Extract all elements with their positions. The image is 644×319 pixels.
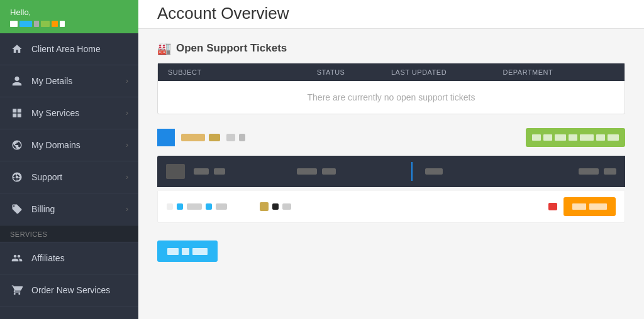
lpx-blue [177, 203, 183, 210]
blue-btn-row [157, 241, 625, 262]
home-icon [10, 42, 24, 56]
dark-right [452, 168, 616, 175]
col-status: STATUS [317, 68, 391, 76]
dark-center [234, 168, 399, 175]
dpx [297, 168, 317, 175]
chevron-right-icon: › [126, 205, 128, 214]
sidebar-item-my-domains[interactable]: My Domains › [0, 129, 138, 161]
pixel-block-2 [19, 21, 32, 27]
green-action-button[interactable] [526, 128, 625, 147]
sidebar-item-label: My Services [31, 108, 126, 118]
sidebar-item-label: Order New Services [31, 285, 128, 295]
lpx [216, 203, 227, 210]
opx-1 [572, 203, 586, 210]
green-px-7 [608, 134, 619, 141]
pixel-block-3 [34, 21, 39, 27]
support-tickets-section-title: 🏭 Open Support Tickets [157, 41, 625, 55]
lpx-blue2 [206, 203, 212, 210]
dark-px-group-2 [297, 168, 336, 175]
support-tickets-table: SUBJECT STATUS LAST UPDATED DEPARTMENT T… [157, 63, 625, 114]
dark-row-left [157, 156, 625, 187]
sidebar-item-affiliates[interactable]: Affiliates [0, 242, 138, 274]
pixel-blocks [10, 21, 128, 27]
bpx-1 [167, 248, 179, 255]
content-area: 🏭 Open Support Tickets SUBJECT STATUS LA… [138, 29, 644, 274]
chevron-right-icon: › [126, 77, 128, 85]
bpx-3 [192, 248, 208, 255]
hello-text: Hello, [10, 8, 128, 17]
pixel-block-6 [60, 21, 65, 27]
sidebar-nav: Client Area Home My Details › My Service… [0, 33, 138, 319]
px-blk [226, 134, 235, 141]
pixel-block-1 [10, 21, 18, 27]
sidebar-item-label: Client Area Home [31, 44, 128, 54]
light-section [157, 191, 625, 232]
dark-px-group-3 [425, 168, 443, 175]
chevron-right-icon: › [126, 109, 128, 117]
lpx [167, 203, 173, 210]
dpx [194, 168, 209, 175]
light-row [157, 191, 625, 223]
pixel-block-5 [52, 21, 58, 27]
px-blk [209, 134, 220, 141]
lpx-red [548, 203, 557, 210]
bpx-2 [182, 248, 189, 255]
green-px-3 [555, 134, 566, 141]
chevron-right-icon: › [126, 141, 128, 149]
chevron-right-icon: › [126, 173, 128, 181]
sidebar-item-label: Affiliates [31, 253, 128, 263]
affiliates-icon [10, 251, 24, 265]
sidebar-item-support[interactable]: Support › [0, 161, 138, 193]
lpx-brown [260, 202, 269, 211]
px-blk [181, 134, 205, 141]
light-row-right [548, 197, 616, 216]
cart-icon [10, 283, 24, 297]
green-px-6 [596, 134, 605, 141]
globe-icon [10, 138, 24, 152]
page-title: Account Overview [157, 4, 625, 23]
tag-icon [10, 202, 24, 216]
dark-section [157, 156, 625, 190]
green-btn-group [526, 128, 625, 147]
dark-px-group-4 [579, 168, 616, 175]
col-department: DEPARTMENT [503, 68, 615, 76]
lpx [187, 203, 202, 210]
sidebar-item-my-services[interactable]: My Services › [0, 97, 138, 129]
blue-action-button[interactable] [157, 241, 218, 262]
light-row-left [167, 202, 542, 211]
sidebar: Hello, Client Area Home My Details › [0, 0, 138, 319]
dpx [322, 168, 336, 175]
sidebar-item-label: My Domains [31, 140, 126, 150]
col-last-updated: LAST UPDATED [391, 68, 503, 76]
grid-icon [10, 106, 24, 120]
dpx [604, 168, 616, 175]
sidebar-item-label: Support [31, 172, 126, 182]
dpx [579, 168, 599, 175]
lpx-black [272, 203, 279, 210]
sidebar-item-order-new-services[interactable]: Order New Services [0, 274, 138, 306]
sidebar-header: Hello, [0, 0, 138, 33]
pixel-info-1 [181, 134, 220, 141]
green-px-2 [543, 134, 552, 141]
blue-square-icon [157, 129, 175, 146]
sidebar-item-client-area-home[interactable]: Client Area Home [0, 33, 138, 65]
sidebar-item-label: Billing [31, 204, 126, 214]
gear-icon [10, 170, 24, 184]
green-px-5 [580, 134, 594, 141]
green-px-4 [569, 134, 577, 141]
services-section-label: Services [0, 225, 138, 242]
opx-2 [589, 203, 607, 210]
col-subject: SUBJECT [168, 68, 317, 76]
ticket-icon: 🏭 [157, 41, 171, 55]
orange-action-button[interactable] [564, 197, 616, 216]
green-px-1 [532, 134, 541, 141]
sidebar-item-my-details[interactable]: My Details › [0, 65, 138, 97]
sidebar-item-billing[interactable]: Billing › [0, 193, 138, 225]
dark-px-group-1 [194, 168, 225, 175]
sidebar-item-label: My Details [31, 76, 126, 86]
table-header: SUBJECT STATUS LAST UPDATED DEPARTMENT [158, 63, 625, 81]
pixel-block-4 [41, 21, 50, 27]
page-title-bar: Account Overview [138, 0, 644, 29]
support-tickets-label: Open Support Tickets [176, 42, 287, 55]
lpx [282, 203, 291, 210]
